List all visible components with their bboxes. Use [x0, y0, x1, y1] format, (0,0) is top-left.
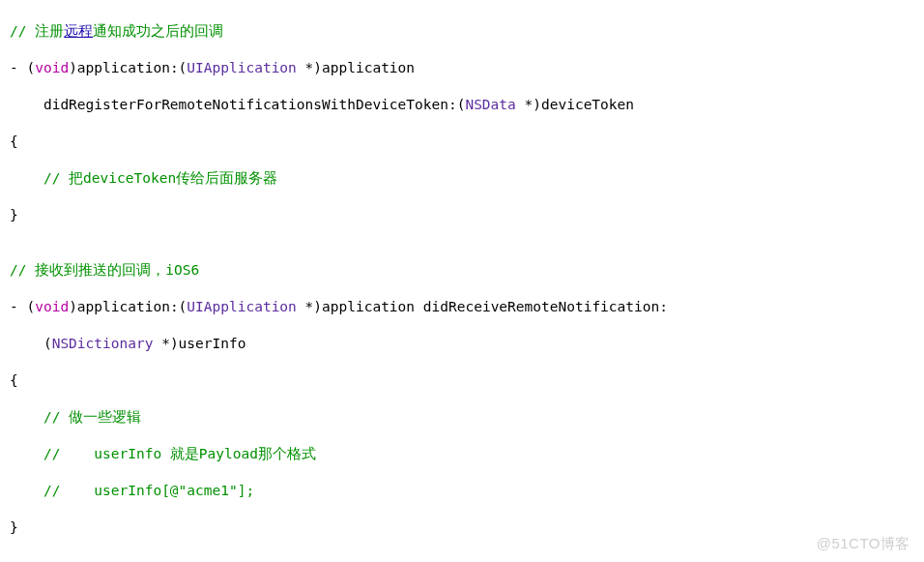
code-line: { [10, 371, 914, 390]
brace: } [10, 207, 18, 222]
code-line: - (void)application:(UIApplication *)app… [10, 59, 914, 77]
type-name: NSDictionary [52, 336, 154, 351]
keyword: void [35, 299, 69, 314]
code-text: *)deviceToken [516, 97, 634, 112]
code-line: } [10, 518, 914, 537]
code-line: - (void)application:(UIApplication *)app… [10, 298, 914, 316]
type-name: UIApplication [187, 299, 297, 314]
code-text: )application:( [69, 299, 187, 314]
comment-text: 通知成功之后的回调 [93, 23, 223, 39]
code-line: // 注册远程通知成功之后的回调 [10, 22, 914, 41]
code-text: *)userInfo [153, 336, 245, 351]
code-text: - ( [10, 60, 35, 75]
brace: { [10, 133, 18, 149]
code-line: // userInfo 就是Payload那个格式 [10, 445, 914, 463]
comment-text: // 注册 [10, 23, 64, 39]
code-text: ( [10, 336, 52, 351]
comment-text: // 把deviceToken传给后面服务器 [10, 170, 277, 186]
code-text: *)application didReceiveRemoteNotificati… [297, 299, 668, 314]
code-line: (NSDictionary *)userInfo [10, 335, 914, 353]
code-line: // userInfo[@"acme1"]; [10, 482, 914, 500]
code-line: } [10, 206, 914, 224]
comment-text: // userInfo[@"acme1"]; [10, 483, 254, 498]
watermark-text: @51CTO博客 [817, 534, 910, 552]
comment-link[interactable]: 远程 [64, 23, 93, 39]
code-text: )application:( [69, 60, 187, 75]
type-name: NSData [465, 97, 515, 112]
code-line: didRegisterForRemoteNotificationsWithDev… [10, 96, 914, 114]
brace: { [10, 372, 18, 388]
brace: } [10, 519, 18, 535]
comment-text: // userInfo 就是Payload那个格式 [10, 446, 316, 461]
comment-text: // 接收到推送的回调，iOS6 [10, 262, 199, 278]
keyword: void [35, 60, 69, 75]
code-text: *)application [297, 60, 415, 75]
code-text: didRegisterForRemoteNotificationsWithDev… [10, 97, 465, 112]
code-block: // 注册远程通知成功之后的回调 - (void)application:(UI… [0, 0, 924, 562]
code-line: // 做一些逻辑 [10, 408, 914, 427]
code-line: // 接收到推送的回调，iOS6 [10, 261, 914, 280]
code-text: - ( [10, 299, 35, 314]
code-line: { [10, 133, 914, 151]
type-name: UIApplication [187, 60, 297, 75]
comment-text: // 做一些逻辑 [10, 409, 141, 425]
code-line: // 把deviceToken传给后面服务器 [10, 169, 914, 188]
